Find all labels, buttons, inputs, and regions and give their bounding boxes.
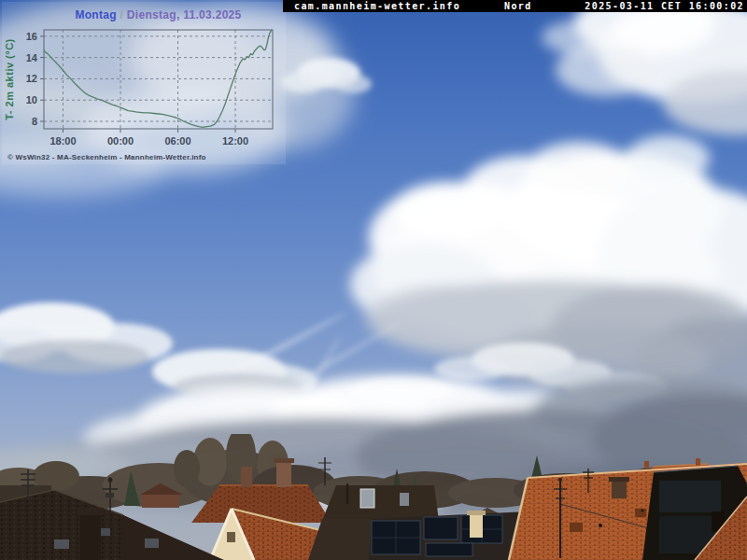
roof-hatch [570, 523, 583, 532]
y-tick-label: 10 [26, 94, 37, 105]
chimney [612, 480, 627, 498]
timestamp-label: 2025-03-11 CET 16:00:02 [585, 0, 744, 12]
chimney [80, 511, 101, 560]
chimney [696, 458, 700, 466]
chimney [276, 461, 291, 487]
solar-panel [426, 543, 472, 556]
attic-window [227, 532, 235, 542]
temperature-chart-overlay: 81012141618:0000:0006:0012:00Montag / Di… [0, 0, 289, 168]
y-axis-label: T- 2m aktiv (°C) [4, 38, 15, 120]
skylight-window [360, 489, 374, 508]
skylight-window [400, 493, 409, 506]
skylight-window [54, 539, 69, 549]
cloud-topright [542, 0, 747, 135]
status-bar: cam.mannheim-wetter.info Nord 2025-03-11… [283, 0, 747, 12]
temperature-chart: 81012141618:0000:0006:0012:00Montag / Di… [0, 0, 289, 168]
chimney [241, 467, 252, 487]
y-tick-label: 14 [26, 52, 38, 63]
chimney [644, 461, 649, 469]
dark-roof-right [642, 466, 747, 560]
webcam-frame: 81012141618:0000:0006:0012:00Montag / Di… [0, 0, 747, 560]
webcam-url-label: cam.mannheim-wetter.info [294, 0, 460, 12]
solar-panel [659, 481, 721, 512]
chart-title-day: Montag [75, 8, 116, 21]
y-tick-label: 12 [26, 73, 37, 84]
x-tick-label: 12:00 [222, 135, 248, 147]
roof-hatch [635, 509, 646, 517]
y-tick-label: 16 [26, 31, 37, 42]
x-tick-label: 18:00 [49, 135, 76, 147]
chart-title-date: Dienstag, 11.03.2025 [127, 8, 242, 21]
chart-title-separator: / [117, 8, 127, 21]
solar-panel [424, 517, 458, 539]
bird [641, 510, 644, 512]
x-tick-label: 00:00 [107, 135, 134, 147]
x-tick-label: 06:00 [164, 135, 190, 147]
chart-copyright: © WsWin32 - MA-Seckenheim - Mannheim-Wet… [7, 153, 206, 161]
camera-direction-label: Nord [504, 0, 532, 12]
attic-roof [322, 483, 439, 521]
bird [599, 524, 602, 527]
skylight-window [145, 539, 159, 548]
y-tick-label: 8 [32, 116, 37, 127]
cream-chimney [470, 513, 483, 538]
rooftops-scene [0, 434, 747, 560]
chart-title: Montag / Dienstag, 11.03.2025 [75, 8, 241, 21]
